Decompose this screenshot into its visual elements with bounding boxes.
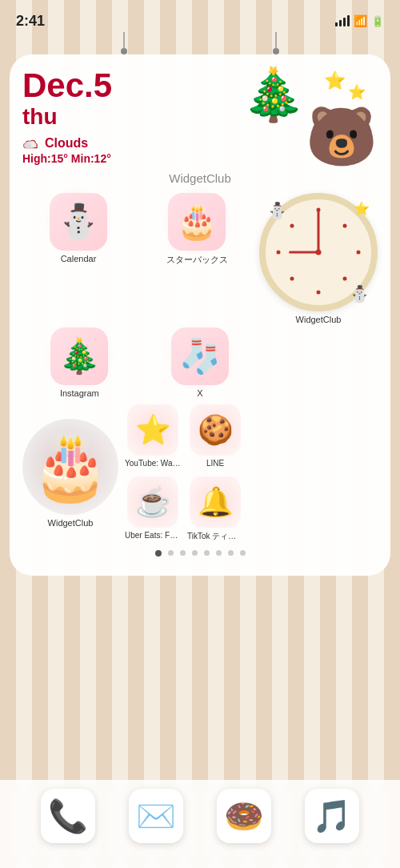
svg-point-1	[24, 143, 31, 148]
dock: 📞 ✉️ 🍩 🎵	[0, 780, 400, 868]
bottom-row: 🎂 WidgetClub ⭐ YouTube: Wat... 🍪 LINE	[22, 404, 378, 542]
x-label: X	[197, 388, 202, 398]
clock-spacer	[263, 328, 378, 398]
mail-icon: ✉️	[136, 800, 176, 832]
app-item-widgetclub-large[interactable]: 🎂 WidgetClub	[22, 419, 118, 528]
widget-club-label: WidgetClub	[22, 171, 378, 185]
tiktok-icon: 🔔	[198, 488, 234, 516]
instagram-icon-wrap: 🎄	[50, 328, 108, 385]
hang-string-left	[121, 32, 127, 54]
weather-temp: High:15° Min:12°	[22, 152, 234, 165]
christmas-tree-icon: 🎄	[242, 69, 306, 120]
main-card: Dec.5 thu Clouds High:15° Min:12° 🎄 ⭐ ⭐ …	[10, 54, 390, 576]
calendar-label: Calendar	[61, 254, 97, 263]
date-widget: Dec.5 thu Clouds High:15° Min:12° 🎄 ⭐ ⭐ …	[22, 69, 378, 165]
star-icon-1: ⭐	[324, 70, 346, 91]
app-row-2: 🎄 Instagram 🧦 X	[22, 328, 378, 398]
app-item-youtube[interactable]: ⭐ YouTube: Wat...	[125, 404, 181, 470]
page-dot-6[interactable]	[216, 550, 222, 556]
youtube-label: YouTube: Wat...	[125, 459, 181, 468]
status-time: 2:41	[16, 13, 45, 30]
clock-dot-11	[290, 224, 294, 228]
dock-music-icon-wrap: 🎵	[305, 789, 359, 843]
dock-mail-icon-wrap: ✉️	[129, 789, 183, 843]
app-item-instagram[interactable]: 🎄 Instagram	[22, 328, 137, 398]
app-item-calendar[interactable]: ⛄ Calendar	[22, 193, 134, 263]
page-dot-7[interactable]	[228, 550, 234, 556]
page-dots	[22, 550, 378, 557]
page-dot-8[interactable]	[240, 550, 246, 556]
starbucks-icon: 🎂	[176, 205, 218, 239]
dock-item-phone[interactable]: 📞	[41, 789, 95, 843]
status-icons: 📶 🔋	[335, 14, 384, 27]
day-display: thu	[22, 104, 234, 130]
app-item-starbucks[interactable]: 🎂 スターバックス	[141, 193, 253, 266]
starbucks-label: スターバックス	[166, 254, 228, 266]
youtube-icon: ⭐	[135, 416, 171, 444]
food-icon: 🍩	[224, 800, 264, 832]
clock-widget-label: WidgetClub	[296, 315, 342, 324]
page-dot-5[interactable]	[204, 550, 210, 556]
calendar-icon-wrap: ⛄	[50, 193, 107, 251]
weather-label: Clouds	[45, 136, 88, 151]
app-item-tiktok[interactable]: 🔔 TikTok ティック	[187, 476, 243, 542]
tiktok-label: TikTok ティック	[187, 531, 243, 542]
cloud-icon	[22, 137, 40, 150]
battery-icon: 🔋	[371, 15, 384, 27]
clock-dot-4	[343, 277, 347, 281]
date-display: Dec.5	[22, 69, 234, 102]
clock-center	[316, 250, 322, 255]
dock-phone-icon-wrap: 📞	[41, 789, 95, 843]
clock-dot-3	[357, 251, 361, 255]
page-dot-3[interactable]	[180, 550, 186, 556]
clock-snowman-tl: ⛄	[267, 201, 287, 220]
instagram-label: Instagram	[60, 388, 99, 398]
app-item-ubereats[interactable]: ☕ Uber Eats: Foo...	[125, 476, 181, 542]
clock-widget-container[interactable]: ⛄ ⭐ ⛄ WidgetClub	[259, 193, 378, 324]
clock-snowman-br: ⛄	[350, 284, 370, 303]
page-dot-4[interactable]	[192, 550, 198, 556]
dock-item-food[interactable]: 🍩	[217, 789, 271, 843]
widgetclub-large-label: WidgetClub	[48, 518, 94, 528]
ubereats-icon: ☕	[135, 488, 171, 516]
music-icon: 🎵	[312, 800, 352, 832]
tiktok-icon-wrap: 🔔	[190, 476, 241, 528]
line-label: LINE	[206, 459, 224, 468]
small-app-grid: ⭐ YouTube: Wat... 🍪 LINE ☕ Uber Eats: Fo…	[125, 404, 243, 542]
wifi-icon: 📶	[354, 14, 367, 27]
x-icon-wrap: 🧦	[171, 328, 229, 385]
line-icon: 🍪	[198, 416, 234, 444]
clock-minute-hand	[318, 208, 320, 252]
page-dot-2[interactable]	[168, 550, 174, 556]
widgetclub-large-icon-wrap: 🎂	[22, 419, 118, 515]
hang-strings	[0, 32, 400, 54]
christmas-bear-icon: 🐻	[306, 107, 378, 165]
clock-hour-hand	[289, 251, 318, 254]
weather-row: Clouds	[22, 136, 234, 151]
clock-inner: ⛄ ⭐ ⛄	[266, 199, 371, 305]
dock-item-music[interactable]: 🎵	[305, 789, 359, 843]
page-dot-1[interactable]	[155, 550, 162, 557]
dock-item-mail[interactable]: ✉️	[129, 789, 183, 843]
app-item-x[interactable]: 🧦 X	[143, 328, 258, 398]
clock-star-tr: ⭐	[354, 201, 370, 216]
hang-string-right	[273, 32, 279, 54]
line-icon-wrap: 🍪	[190, 404, 241, 456]
youtube-icon-wrap: ⭐	[127, 404, 178, 456]
phone-icon: 📞	[48, 800, 88, 832]
app-item-line[interactable]: 🍪 LINE	[187, 404, 243, 470]
date-left: Dec.5 thu Clouds High:15° Min:12°	[22, 69, 234, 165]
dock-food-icon-wrap: 🍩	[217, 789, 271, 843]
clock-dot-1	[343, 224, 347, 228]
star-icon-2: ⭐	[348, 83, 366, 101]
starbucks-icon-wrap: 🎂	[168, 193, 226, 251]
ubereats-icon-wrap: ☕	[127, 476, 178, 528]
clock-dot-7	[290, 277, 294, 281]
christmas-decoration: 🎄 ⭐ ⭐ 🐻	[234, 69, 378, 157]
signal-bars-icon	[335, 15, 350, 26]
app-row-1: ⛄ Calendar 🎂 スターバックス	[22, 193, 378, 324]
calendar-icon: ⛄	[58, 205, 99, 239]
instagram-icon: 🎄	[58, 340, 100, 373]
clock-dot-6	[317, 291, 321, 295]
clock-widget: ⛄ ⭐ ⛄	[259, 193, 378, 311]
